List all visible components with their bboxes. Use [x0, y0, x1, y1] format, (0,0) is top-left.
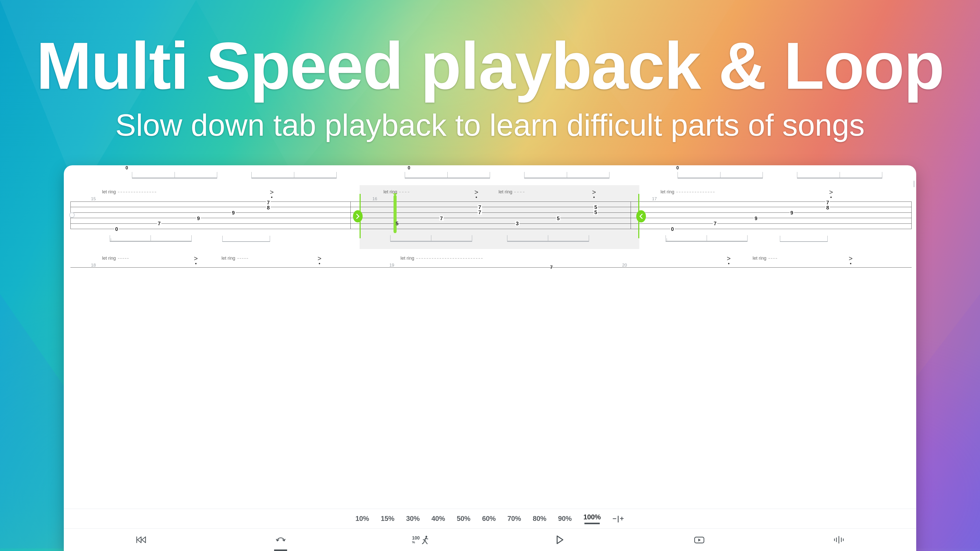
accent-mark: >• [829, 188, 833, 198]
speed-unit: % [412, 540, 420, 544]
speed-indicator-button[interactable]: 100 % [412, 535, 428, 545]
fret-number: 7 [439, 216, 444, 221]
tuner-button[interactable] [831, 534, 847, 546]
hero-subtitle: Slow down tab playback to learn difficul… [0, 107, 980, 143]
accent-mark: >• [194, 254, 198, 265]
loop-icon [275, 535, 286, 545]
rhythm-beam [797, 171, 882, 179]
repeat-dot [69, 212, 75, 218]
fret-number: 0 [126, 165, 128, 171]
fret-number: 0 [408, 165, 410, 171]
let-ring: let ring [498, 189, 525, 195]
fret-number: 9 [196, 216, 200, 221]
rhythm-beam [666, 234, 748, 242]
staff-line-fragment [70, 267, 912, 268]
speed-option-30[interactable]: 30% [406, 515, 420, 523]
fret-number: 5 [556, 216, 560, 221]
fret-number: 7 [477, 205, 482, 210]
loop-end-handle[interactable] [636, 210, 646, 222]
video-icon [694, 535, 705, 545]
speed-option-10[interactable]: 10% [355, 515, 369, 523]
measure-number: 18 [91, 263, 96, 268]
let-ring: let ring [660, 189, 714, 195]
fret-number: 5 [593, 210, 598, 215]
speed-option-80[interactable]: 80% [533, 515, 546, 523]
device-frame: 0 0 0 [64, 165, 916, 551]
let-ring: let ring [102, 256, 129, 261]
speed-option-50[interactable]: 50% [457, 515, 470, 523]
player-toolbar: 100 % [64, 529, 916, 551]
fret-number: 9 [754, 216, 758, 221]
fret-number: 0 [676, 165, 679, 171]
fret-number: 3 [515, 221, 519, 226]
fret-number: 7 [477, 210, 482, 215]
rewind-icon [135, 535, 147, 545]
rhythm-beam [251, 171, 337, 179]
play-icon [554, 535, 566, 545]
loop-start-handle[interactable] [353, 210, 363, 222]
rhythm-beam [780, 234, 828, 242]
rhythm-beam [524, 171, 609, 179]
let-ring: let ring [102, 189, 156, 195]
hero-title: Multi Speed playback & Loop [0, 27, 980, 104]
speed-option-40[interactable]: 40% [431, 515, 445, 523]
fret-number: 7 [825, 200, 830, 205]
rhythm-beam [507, 234, 589, 242]
fret-number: 9 [231, 210, 235, 215]
measure-number: 16 [372, 197, 377, 202]
fret-number: 0 [115, 227, 119, 232]
fret-number: 7 [157, 221, 161, 226]
tab-staff-main [70, 202, 912, 229]
rhythm-beam [678, 171, 763, 179]
rhythm-beam [132, 171, 217, 179]
accent-mark: >• [474, 188, 478, 198]
rhythm-beam [222, 234, 270, 242]
runner-icon [422, 535, 428, 545]
speed-option-60[interactable]: 60% [482, 515, 496, 523]
speed-value: 100 [412, 536, 420, 540]
accent-mark: >• [318, 254, 321, 265]
speed-option-100[interactable]: 100% [584, 513, 601, 524]
measure-number: 17 [652, 197, 657, 202]
playhead[interactable] [393, 195, 396, 233]
fret-number: 7 [713, 221, 717, 226]
soundwave-icon [833, 535, 845, 545]
play-button[interactable] [552, 534, 568, 546]
measure-number: 15 [91, 197, 96, 202]
rhythm-beam [405, 171, 490, 179]
loop-button[interactable] [272, 534, 289, 546]
fret-number: 5 [395, 221, 399, 226]
measure-number: 20 [622, 263, 627, 268]
video-button[interactable] [691, 534, 708, 546]
fret-number: 7 [266, 200, 270, 205]
accent-mark: >• [270, 188, 274, 198]
measure-number: 19 [390, 263, 394, 268]
rhythm-beam [110, 234, 192, 242]
tab-sheet[interactable]: 0 0 0 [64, 165, 916, 509]
rhythm-beam [390, 234, 472, 242]
let-ring: let ring [221, 256, 248, 261]
rewind-button[interactable] [133, 534, 149, 546]
let-ring: let ring [401, 256, 483, 261]
let-ring: let ring [752, 256, 777, 261]
accent-mark: >• [592, 188, 596, 198]
fret-number: 5 [593, 205, 598, 210]
fret-number: 9 [790, 210, 794, 215]
fret-number: 8 [825, 205, 830, 210]
fret-number: 8 [266, 205, 270, 210]
speed-option-90[interactable]: 90% [558, 515, 572, 523]
speed-fine-adjust[interactable]: −|+ [612, 515, 625, 523]
accent-mark: >• [849, 254, 853, 265]
hero: Multi Speed playback & Loop Slow down ta… [0, 27, 980, 143]
speed-option-70[interactable]: 70% [508, 515, 521, 523]
fret-number: 0 [670, 227, 675, 232]
speed-option-15[interactable]: 15% [381, 515, 394, 523]
accent-mark: >• [727, 254, 731, 265]
speed-bar: 10% 15% 30% 40% 50% 60% 70% 80% 90% 100%… [64, 509, 916, 529]
